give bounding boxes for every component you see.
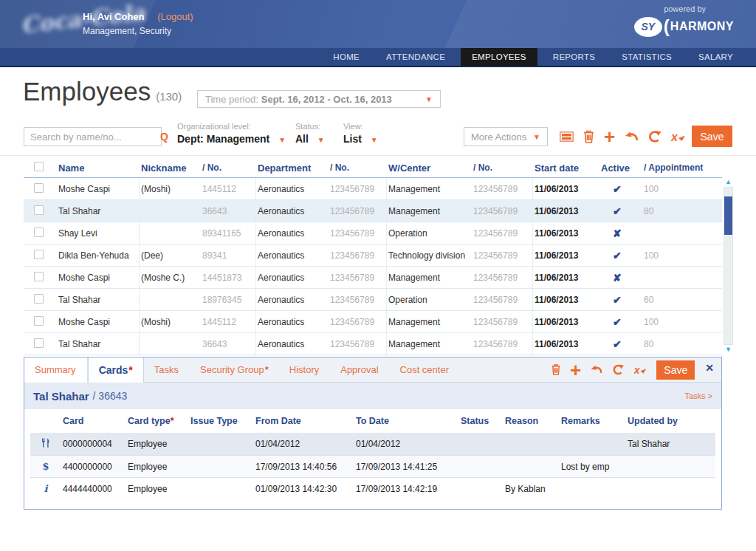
card-row[interactable]: i 4444440000 Employee 01/09/2013 14:42:3… — [30, 477, 715, 499]
page-title: Employees(130) — [23, 77, 182, 106]
row-checkbox[interactable] — [34, 272, 44, 281]
redo-icon[interactable] — [648, 130, 662, 143]
column-header[interactable]: Card type* — [126, 416, 189, 426]
table-scrollbar[interactable]: ▲ ▼ — [723, 179, 734, 353]
add-icon[interactable]: + — [604, 129, 615, 144]
brand-block: powered by SY ( HARMONY — [634, 4, 734, 37]
column-header[interactable]: / No. — [201, 162, 256, 173]
table-row[interactable]: Moshe Caspi (Moshi) 1445112 Aeronautics … — [24, 311, 722, 333]
card-view-icon[interactable] — [560, 131, 574, 142]
table-row[interactable]: Moshe Caspi (Moshe C.) 14451873 Aeronaut… — [24, 267, 722, 289]
column-header[interactable]: To Date — [354, 416, 459, 426]
export-excel-icon[interactable]: x — [671, 131, 686, 143]
cell-card-type: Employee — [126, 439, 189, 449]
column-header[interactable]: Name — [57, 162, 140, 174]
card-row[interactable]: $ 4400000000 Employee 17/09/2013 14:40:5… — [30, 455, 715, 477]
cell-wc-no: 123456789 — [472, 311, 533, 333]
org-level-dropdown[interactable]: Dept: Management ▼ — [177, 133, 286, 145]
redo-icon[interactable] — [612, 363, 625, 376]
row-checkbox[interactable] — [34, 250, 44, 259]
cell-department: Aeronautics — [256, 295, 329, 305]
status-dropdown[interactable]: All ▼ — [295, 133, 325, 145]
cell-dept-no: 123456789 — [329, 289, 387, 311]
column-header[interactable]: Nickname — [140, 162, 201, 174]
cards-table: Card Card type* Issue Type From Date To … — [24, 409, 721, 499]
table-row[interactable]: Tal Shahar 18976345 Aeronautics 12345678… — [24, 289, 722, 311]
cell-no: 1445112 — [201, 311, 256, 333]
row-checkbox[interactable] — [34, 338, 44, 348]
search-icon[interactable]: Q — [160, 131, 168, 143]
card-row[interactable]: 0000000004 Employee 01/04/2012 01/04/201… — [30, 433, 715, 455]
detail-tab[interactable]: Summary — [24, 357, 88, 383]
scrollbar-track[interactable] — [724, 187, 733, 345]
detail-tab[interactable]: Approval — [330, 357, 389, 383]
nav-item[interactable]: SALARY — [687, 48, 744, 66]
detail-tab[interactable]: Tasks — [144, 357, 190, 383]
column-header[interactable]: Status — [459, 416, 504, 426]
detail-tab[interactable]: Cards* — [88, 357, 144, 383]
column-header[interactable]: Active — [599, 162, 642, 174]
active-mark-icon: ✘ — [599, 272, 642, 284]
cell-start-date: 11/06/2013 — [533, 273, 599, 283]
column-header[interactable]: Issue Type — [189, 416, 254, 426]
nav-item[interactable]: STATISTICS — [611, 48, 683, 66]
select-all-checkbox[interactable] — [34, 162, 44, 171]
export-excel-icon[interactable]: x — [633, 364, 647, 375]
more-actions-dropdown[interactable]: More Actions ▼ — [464, 127, 548, 146]
undo-icon[interactable] — [590, 363, 603, 376]
table-row[interactable]: Moshe Caspi (Moshi) 1445112 Aeronautics … — [24, 178, 722, 200]
column-header[interactable]: Card — [61, 416, 126, 426]
row-checkbox[interactable] — [34, 316, 44, 326]
save-button[interactable]: Save — [692, 126, 732, 147]
cell-no: 89341 — [201, 244, 256, 267]
nav-item[interactable]: REPORTS — [542, 48, 606, 66]
view-dropdown[interactable]: List ▼ — [343, 133, 378, 145]
column-header[interactable]: Updated by — [626, 416, 715, 426]
column-header[interactable]: / No. — [329, 162, 387, 173]
row-checkbox[interactable] — [34, 205, 44, 215]
column-header[interactable]: Remarks — [560, 416, 626, 426]
panel-save-button[interactable]: Save — [656, 360, 695, 380]
cell-department: Aeronautics — [256, 339, 329, 349]
cell-remarks: Lost by emp — [560, 462, 626, 472]
column-header[interactable]: / Appointment — [642, 162, 722, 173]
delete-icon[interactable] — [551, 363, 561, 376]
detail-tab[interactable]: History — [279, 357, 330, 383]
table-row[interactable]: Shay Levi 89341165 Aeronautics 123456789… — [24, 222, 722, 244]
divider — [0, 155, 756, 156]
row-checkbox[interactable] — [34, 227, 44, 237]
row-checkbox[interactable] — [34, 294, 44, 304]
scroll-down-icon[interactable]: ▼ — [725, 346, 732, 353]
cell-wcenter: Management — [387, 184, 472, 194]
tasks-link[interactable]: Tasks > — [684, 391, 712, 400]
nav-item[interactable]: ATTENDANCE — [375, 48, 456, 66]
table-row[interactable]: Tal Shahar 36643 Aeronautics 123456789 M… — [24, 200, 722, 222]
column-header[interactable]: Reason — [504, 416, 560, 426]
column-header[interactable]: Start date — [533, 162, 599, 174]
column-header[interactable]: W/Center — [387, 162, 472, 174]
column-header[interactable]: / No. — [472, 162, 533, 173]
user-roles: Management, Security — [83, 26, 193, 36]
time-period-dropdown[interactable]: Time period: Sept. 16, 2012 - Oct. 16, 2… — [197, 90, 441, 108]
scrollbar-thumb[interactable] — [724, 196, 732, 235]
scroll-up-icon[interactable]: ▲ — [725, 179, 732, 185]
table-row[interactable]: Dikla Ben-Yehuda (Dee) 89341 Aeronautics… — [24, 244, 722, 267]
add-icon[interactable]: + — [570, 363, 581, 377]
nav-item[interactable]: HOME — [322, 48, 371, 66]
detail-tab[interactable]: Security Group* — [190, 357, 279, 383]
nav-item[interactable]: EMPLOYEES — [461, 48, 537, 66]
logout-link[interactable]: (Logout) — [157, 11, 193, 22]
close-icon[interactable]: ✕ — [705, 362, 714, 374]
detail-tab[interactable]: Cost center — [390, 357, 460, 383]
table-row[interactable]: Tal Shahar 36643 Aeronautics 123456789 M… — [24, 333, 722, 355]
cell-name: Moshe Caspi — [57, 267, 140, 289]
column-header[interactable]: From Date — [254, 416, 354, 426]
cell-wc-no: 123456789 — [472, 333, 533, 355]
undo-icon[interactable] — [625, 130, 639, 143]
column-header[interactable]: Department — [256, 162, 329, 174]
active-mark-icon: ✔ — [599, 294, 642, 306]
search-input[interactable] — [30, 131, 160, 143]
delete-icon[interactable] — [583, 130, 594, 143]
row-checkbox[interactable] — [34, 183, 44, 193]
cell-nickname: (Moshe C.) — [140, 273, 201, 283]
